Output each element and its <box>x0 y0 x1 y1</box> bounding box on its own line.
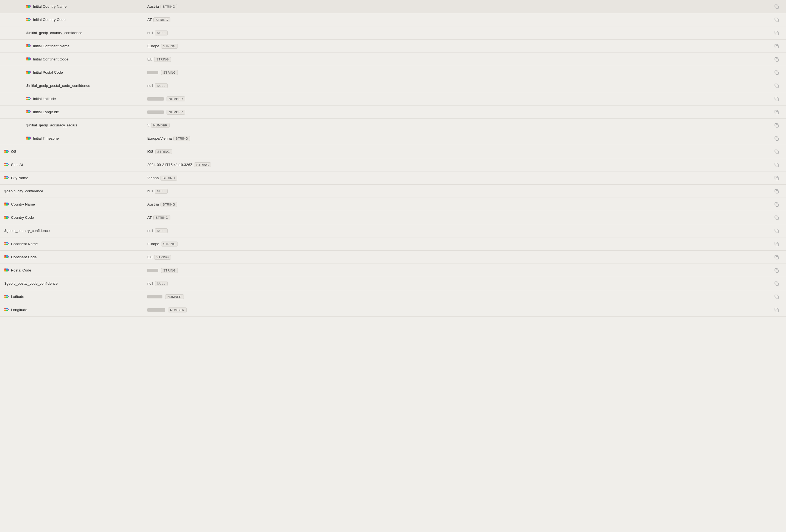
copy-button-initial-country-code[interactable] <box>772 17 782 22</box>
svg-rect-20 <box>28 57 30 59</box>
field-type-icon <box>26 18 31 22</box>
copy-button-os[interactable] <box>772 149 782 154</box>
svg-rect-13 <box>26 44 28 46</box>
field-value-initial-continent-code: EUSTRING <box>147 54 772 65</box>
value-text-initial-country-code: AT <box>147 18 152 22</box>
copy-button-postal-code[interactable] <box>772 268 782 273</box>
row-geoip-postal-code-confidence: $geoip_postal_code_confidencenullNULL <box>0 277 786 290</box>
copy-button-latitude[interactable] <box>772 294 782 299</box>
field-label-continent-name: Continent Name <box>11 242 38 246</box>
row-latitude: LatitudeNUMBER <box>0 290 786 303</box>
svg-rect-89 <box>4 255 6 257</box>
field-label-initial-longitude: Initial Longitude <box>33 110 59 114</box>
copy-button-initial-continent-name[interactable] <box>772 44 782 49</box>
row-initial-geoip-accuracy-radius: $initial_geoip_accuracy_radius5NUMBER <box>0 119 786 132</box>
svg-rect-104 <box>4 297 6 298</box>
row-postal-code: Postal CodeSTRING <box>0 264 786 277</box>
copy-button-continent-name[interactable] <box>772 241 782 247</box>
svg-rect-98 <box>6 270 8 272</box>
field-name-country-name: Country Name <box>4 200 147 209</box>
field-name-initial-country-name: Initial Country Name <box>4 2 147 11</box>
copy-button-initial-postal-code[interactable] <box>772 70 782 75</box>
svg-rect-82 <box>776 230 778 233</box>
field-value-geoip-postal-code-confidence: nullNULL <box>147 278 772 289</box>
svg-rect-54 <box>6 152 8 153</box>
copy-button-initial-geoip-accuracy-radius[interactable] <box>772 123 782 128</box>
type-badge-initial-latitude: NUMBER <box>166 96 185 101</box>
field-type-icon <box>4 242 9 246</box>
type-badge-geoip-city-confidence: NULL <box>155 189 168 194</box>
row-initial-longitude: Initial LongitudeNUMBER <box>0 106 786 119</box>
svg-rect-58 <box>6 163 8 164</box>
svg-rect-45 <box>26 137 28 138</box>
field-value-initial-geoip-postal-code-confidence: nullNULL <box>147 80 772 91</box>
type-badge-country-name: STRING <box>161 202 177 207</box>
row-geoip-city-confidence: $geoip_city_confidencenullNULL <box>0 185 786 198</box>
value-text-sent-at: 2024-09-21T15:41:19.326Z <box>147 163 192 167</box>
copy-button-geoip-postal-code-confidence[interactable] <box>772 281 782 286</box>
field-type-icon <box>26 57 31 61</box>
svg-rect-99 <box>8 269 9 271</box>
field-value-geoip-country-confidence: nullNULL <box>147 226 772 236</box>
copy-button-city-name[interactable] <box>772 176 782 181</box>
svg-rect-65 <box>4 178 6 179</box>
row-initial-geoip-postal-code-confidence: $initial_geoip_postal_code_confidencenul… <box>0 79 786 92</box>
field-label-initial-geoip-accuracy-radius: $initial_geoip_accuracy_radius <box>26 123 77 127</box>
field-label-country-name: Country Name <box>11 202 35 206</box>
blurred-value <box>147 111 164 114</box>
field-value-longitude: NUMBER <box>147 305 772 315</box>
field-type-icon <box>26 97 31 101</box>
field-name-geoip-postal-code-confidence: $geoip_postal_code_confidence <box>4 279 147 288</box>
field-value-os: iOSSTRING <box>147 146 772 157</box>
copy-button-initial-country-name[interactable] <box>772 4 782 9</box>
svg-rect-57 <box>4 163 6 164</box>
copy-button-longitude[interactable] <box>772 307 782 313</box>
svg-rect-1 <box>28 5 30 6</box>
copy-button-geoip-city-confidence[interactable] <box>772 189 782 194</box>
svg-rect-112 <box>8 309 9 310</box>
row-country-code: Country CodeATSTRING <box>0 211 786 224</box>
field-name-os: OS <box>4 147 147 156</box>
copy-button-initial-longitude[interactable] <box>772 110 782 115</box>
field-name-city-name: City Name <box>4 173 147 183</box>
copy-button-country-code[interactable] <box>772 215 782 220</box>
field-value-initial-geoip-accuracy-radius: 5NUMBER <box>147 120 772 131</box>
copy-button-initial-continent-code[interactable] <box>772 57 782 62</box>
field-label-geoip-country-confidence: $geoip_country_confidence <box>4 229 50 233</box>
svg-rect-94 <box>776 256 778 259</box>
value-text-os: iOS <box>147 149 154 154</box>
copy-button-initial-geoip-country-confidence[interactable] <box>772 30 782 36</box>
svg-rect-85 <box>4 244 6 245</box>
type-badge-geoip-country-confidence: NULL <box>155 228 168 233</box>
field-label-initial-postal-code: Initial Postal Code <box>33 70 63 74</box>
field-name-latitude: Latitude <box>4 292 147 301</box>
copy-button-sent-at[interactable] <box>772 162 782 167</box>
row-os: OSiOSSTRING <box>0 145 786 158</box>
copy-button-continent-code[interactable] <box>772 255 782 260</box>
svg-rect-77 <box>6 216 8 217</box>
field-name-continent-name: Continent Name <box>4 239 147 249</box>
copy-button-initial-geoip-postal-code-confidence[interactable] <box>772 83 782 88</box>
svg-rect-2 <box>26 6 28 8</box>
svg-rect-43 <box>776 111 778 114</box>
field-value-city-name: ViennaSTRING <box>147 173 772 183</box>
copy-button-geoip-country-confidence[interactable] <box>772 228 782 233</box>
row-initial-postal-code: Initial Postal CodeSTRING <box>0 66 786 79</box>
field-name-sent-at: Sent At <box>4 160 147 169</box>
copy-button-initial-latitude[interactable] <box>772 96 782 101</box>
svg-rect-70 <box>4 203 6 204</box>
copy-button-initial-timezone[interactable] <box>772 136 782 141</box>
svg-rect-25 <box>26 71 28 72</box>
type-badge-initial-continent-name: STRING <box>161 44 178 49</box>
field-value-sent-at: 2024-09-21T15:41:19.326ZSTRING <box>147 160 772 170</box>
field-value-initial-timezone: Europe/ViennaSTRING <box>147 133 772 144</box>
svg-rect-71 <box>6 203 8 204</box>
svg-rect-106 <box>8 296 9 297</box>
field-name-continent-code: Continent Code <box>4 252 147 262</box>
svg-rect-67 <box>8 177 9 178</box>
copy-button-country-name[interactable] <box>772 202 782 207</box>
svg-rect-103 <box>6 295 8 296</box>
blurred-value <box>147 71 158 74</box>
field-name-geoip-city-confidence: $geoip_city_confidence <box>4 186 147 196</box>
type-badge-initial-country-name: STRING <box>161 4 177 9</box>
